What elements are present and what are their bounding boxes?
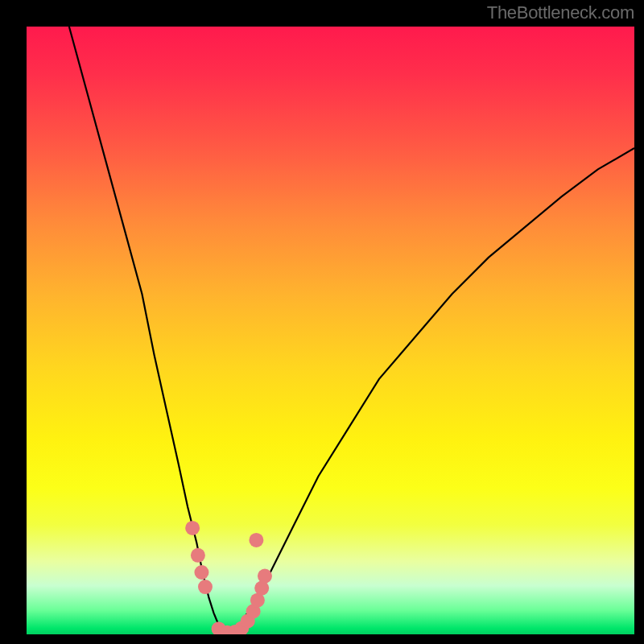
bottleneck-curve [227, 148, 634, 634]
bottleneck-curve [69, 27, 227, 634]
highlight-marker [249, 533, 263, 547]
plot-area [27, 27, 634, 634]
outer-frame: TheBottleneck.com [0, 0, 644, 644]
watermark-label: TheBottleneck.com [487, 2, 634, 23]
highlight-marker [254, 581, 269, 596]
highlight-marker [185, 521, 200, 535]
highlight-marker [258, 569, 272, 584]
chart-svg [27, 27, 634, 634]
highlight-marker [194, 565, 208, 580]
highlight-marker [191, 548, 205, 563]
highlight-marker [198, 580, 213, 594]
